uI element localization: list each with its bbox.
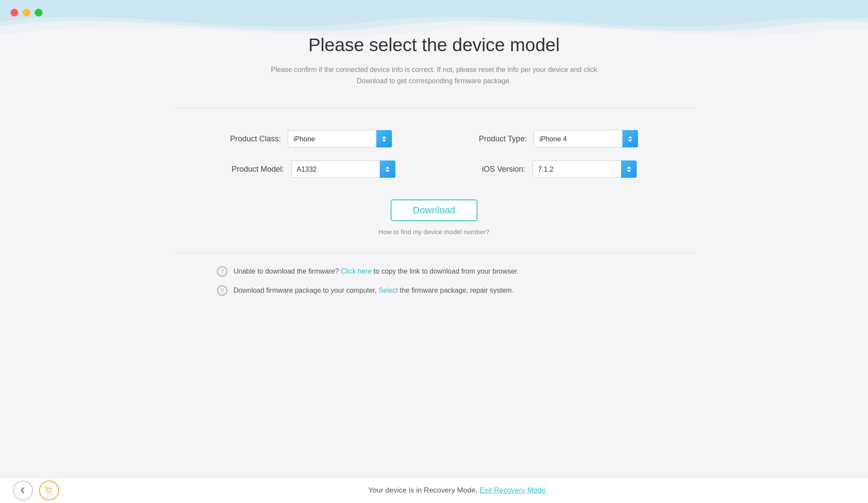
help-item-2: ? Download firmware package to your comp… — [217, 285, 651, 296]
help-icon-1: ? — [217, 266, 227, 277]
divider-bottom — [174, 253, 694, 253]
minimize-button[interactable] — [23, 9, 30, 16]
ios-version-select-wrapper: 7.1.2 7.1.1 7.1 — [533, 160, 637, 178]
download-button[interactable]: Download — [391, 199, 477, 221]
page-subtitle: Please confirm if the connected device i… — [260, 64, 608, 86]
product-class-select-wrapper: iPhone iPad iPod — [288, 130, 392, 147]
form-section: Product Class: iPhone iPad iPod Product … — [174, 130, 694, 178]
product-model-select[interactable]: A1332 A1349 — [291, 160, 395, 178]
page-title: Please select the device model — [309, 35, 560, 56]
ios-version-label: iOS Version: — [482, 165, 526, 174]
svg-point-0 — [47, 493, 49, 494]
divider-top — [174, 108, 694, 108]
product-type-label: Product Type: — [479, 134, 527, 144]
help-text-1: Unable to download the firmware? Click h… — [233, 268, 519, 275]
window-chrome — [10, 9, 43, 16]
select-link[interactable]: Select — [378, 287, 398, 294]
help-section: ? Unable to download the firmware? Click… — [217, 266, 651, 296]
back-button[interactable] — [13, 480, 33, 500]
bottom-bar: Your device is in Recovery Mode, Exit Re… — [0, 477, 868, 503]
product-model-group: Product Model: A1332 A1349 — [231, 160, 395, 178]
maximize-button[interactable] — [35, 9, 43, 16]
nav-buttons — [13, 480, 59, 500]
product-class-label: Product Class: — [230, 134, 281, 144]
product-class-select[interactable]: iPhone iPad iPod — [288, 130, 392, 147]
main-content: Please select the device model Please co… — [0, 0, 868, 477]
product-type-select[interactable]: iPhone 4 iPhone 4S iPhone 5 — [534, 130, 638, 147]
product-type-group: Product Type: iPhone 4 iPhone 4S iPhone … — [479, 130, 638, 147]
close-button[interactable] — [10, 9, 18, 16]
form-row-1: Product Class: iPhone iPad iPod Product … — [174, 130, 694, 147]
ios-version-group: iOS Version: 7.1.2 7.1.1 7.1 — [482, 160, 637, 178]
ios-version-select[interactable]: 7.1.2 7.1.1 7.1 — [533, 160, 637, 178]
bottom-status: Your device is in Recovery Mode, Exit Re… — [59, 486, 855, 495]
form-row-2: Product Model: A1332 A1349 iOS Version: — [174, 160, 694, 178]
cart-button[interactable] — [39, 480, 59, 500]
svg-point-1 — [50, 493, 52, 494]
help-text-2: Download firmware package to your comput… — [233, 287, 514, 294]
help-icon-2: ? — [217, 285, 227, 296]
product-class-group: Product Class: iPhone iPad iPod — [230, 130, 392, 147]
product-model-select-wrapper: A1332 A1349 — [291, 160, 395, 178]
help-item-1: ? Unable to download the firmware? Click… — [217, 266, 651, 277]
product-model-label: Product Model: — [231, 165, 284, 174]
product-type-select-wrapper: iPhone 4 iPhone 4S iPhone 5 — [534, 130, 638, 147]
exit-recovery-link[interactable]: Exit Recovery Mode — [480, 486, 546, 494]
click-here-link[interactable]: Click here — [341, 268, 372, 275]
device-model-link[interactable]: How to find my device model number? — [378, 228, 489, 235]
